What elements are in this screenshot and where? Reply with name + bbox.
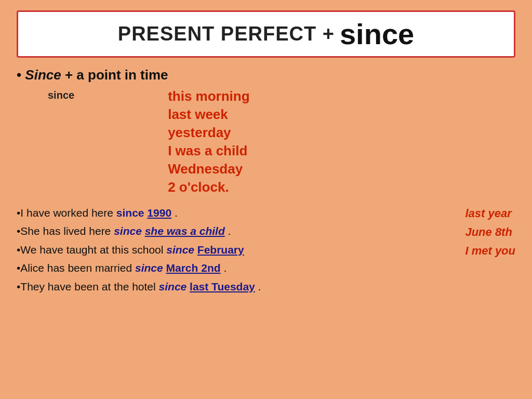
since-examples: this morning last week yesterday I was a… — [168, 87, 249, 197]
since-label: since — [48, 89, 74, 101]
example-this-morning: this morning — [168, 87, 249, 105]
s3-february: February — [197, 244, 244, 256]
right-col-i-met-you: I met you — [465, 242, 515, 260]
s3-before: •We have taught at this school — [17, 244, 166, 256]
right-col-june-8th: June 8th — [465, 223, 515, 242]
s4-after: . — [223, 262, 227, 274]
example-last-week: last week — [168, 105, 249, 124]
s4-before: •Alice has been married — [17, 262, 135, 274]
title-since: since — [340, 17, 414, 51]
point-in-time-label: + a point in time — [65, 67, 168, 83]
title-prefix: PRESENT PERFECT + — [118, 23, 335, 45]
s4-march: March 2nd — [166, 262, 221, 274]
s4-since: since — [135, 262, 163, 274]
sentence-4: •Alice has been married since March 2nd … — [17, 259, 515, 277]
s2-after: . — [228, 225, 231, 237]
example-wednesday: Wednesday — [168, 160, 249, 178]
s1-after: . — [175, 207, 178, 219]
sentence-2: •She has lived here since she was a chil… — [17, 222, 515, 240]
content-area: • Since + a point in time since this mor… — [17, 67, 515, 389]
title-box: PRESENT PERFECT + since — [17, 10, 515, 58]
s5-after: . — [258, 281, 261, 292]
example-i-was-a-child: I was a child — [168, 142, 249, 160]
right-col-last-year: last year — [465, 204, 515, 223]
s2-since: since — [114, 225, 142, 237]
s2-since-child: she was a child — [145, 225, 225, 237]
s1-year: 1990 — [147, 207, 171, 219]
example-2-oclock: 2 o'clock. — [168, 178, 249, 196]
s1-since: since — [116, 207, 144, 219]
s1-before: •I have worked here — [17, 207, 116, 219]
s2-before: •She has lived here — [17, 225, 114, 237]
sentence-3: •We have taught at this school since Feb… — [17, 241, 515, 259]
s5-before: •They have been at the hotel — [17, 281, 159, 292]
sentences-block: last year June 8th I met you •I have wor… — [17, 204, 515, 296]
sentence-1: •I have worked here since 1990 . — [17, 204, 515, 222]
right-column: last year June 8th I met you — [465, 204, 515, 261]
s3-since: since — [166, 244, 194, 256]
since-block: since this morning last week yesterday I… — [48, 87, 515, 197]
since-italic: Since — [25, 67, 61, 83]
sentence-5: •They have been at the hotel since last … — [17, 278, 515, 296]
s5-last-tuesday: last Tuesday — [190, 281, 255, 292]
example-yesterday: yesterday — [168, 124, 249, 142]
bullet-point-in-time: • Since + a point in time — [17, 67, 515, 83]
s5-since: since — [159, 281, 187, 292]
